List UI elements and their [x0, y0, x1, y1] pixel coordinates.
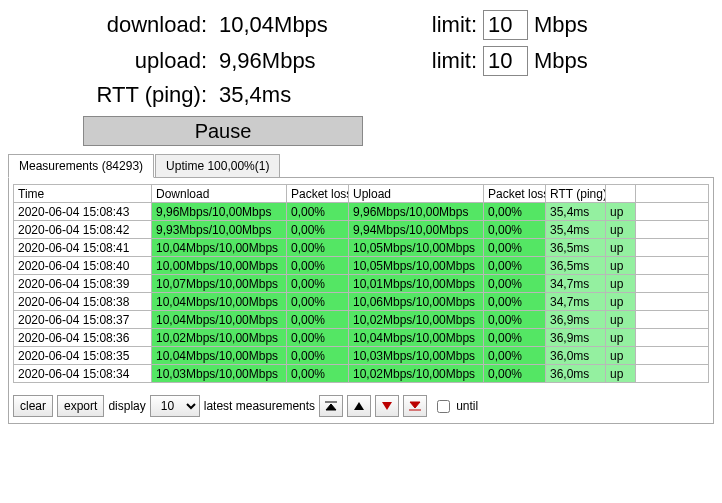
measurements-panel: Time Download Packet loss Upload Packet …	[8, 177, 714, 424]
cell-upload: 9,94Mbps/10,00Mbps	[349, 221, 484, 239]
cell-packet-loss-ul: 0,00%	[484, 239, 546, 257]
cell-rtt: 36,0ms	[546, 347, 606, 365]
table-row[interactable]: 2020-06-04 15:08:3410,03Mbps/10,00Mbps0,…	[14, 365, 709, 383]
download-label: download:	[8, 12, 213, 38]
cell-packet-loss-ul: 0,00%	[484, 365, 546, 383]
nav-next-button[interactable]	[375, 395, 399, 417]
cell-blank	[636, 293, 709, 311]
table-row[interactable]: 2020-06-04 15:08:3510,04Mbps/10,00Mbps0,…	[14, 347, 709, 365]
cell-packet-loss-dl: 0,00%	[287, 257, 349, 275]
cell-download: 10,04Mbps/10,00Mbps	[152, 293, 287, 311]
cell-rtt: 34,7ms	[546, 293, 606, 311]
export-button[interactable]: export	[57, 395, 104, 417]
header-blank[interactable]	[636, 185, 709, 203]
header-packet-loss-ul[interactable]: Packet loss	[484, 185, 546, 203]
display-count-select[interactable]: 10	[150, 395, 200, 417]
upload-limit-label: limit:	[393, 48, 483, 74]
upload-label: upload:	[8, 48, 213, 74]
table-row[interactable]: 2020-06-04 15:08:3910,07Mbps/10,00Mbps0,…	[14, 275, 709, 293]
header-packet-loss-dl[interactable]: Packet loss	[287, 185, 349, 203]
cell-time: 2020-06-04 15:08:36	[14, 329, 152, 347]
cell-time: 2020-06-04 15:08:34	[14, 365, 152, 383]
cell-packet-loss-dl: 0,00%	[287, 347, 349, 365]
table-row[interactable]: 2020-06-04 15:08:429,93Mbps/10,00Mbps0,0…	[14, 221, 709, 239]
header-rtt[interactable]: RTT (ping)	[546, 185, 606, 203]
cell-upload: 10,02Mbps/10,00Mbps	[349, 311, 484, 329]
upload-limit-input[interactable]	[483, 46, 528, 76]
down-icon	[380, 400, 394, 412]
cell-blank	[636, 275, 709, 293]
until-checkbox[interactable]	[437, 400, 450, 413]
table-row[interactable]: 2020-06-04 15:08:4110,04Mbps/10,00Mbps0,…	[14, 239, 709, 257]
cell-blank	[636, 329, 709, 347]
cell-packet-loss-dl: 0,00%	[287, 239, 349, 257]
cell-status: up	[606, 329, 636, 347]
cell-packet-loss-ul: 0,00%	[484, 293, 546, 311]
cell-upload: 9,96Mbps/10,00Mbps	[349, 203, 484, 221]
cell-blank	[636, 347, 709, 365]
pause-button[interactable]: Pause	[83, 116, 363, 146]
table-row[interactable]: 2020-06-04 15:08:3710,04Mbps/10,00Mbps0,…	[14, 311, 709, 329]
cell-download: 10,02Mbps/10,00Mbps	[152, 329, 287, 347]
cell-status: up	[606, 275, 636, 293]
cell-status: up	[606, 257, 636, 275]
cell-rtt: 36,5ms	[546, 257, 606, 275]
cell-blank	[636, 365, 709, 383]
table-row[interactable]: 2020-06-04 15:08:3810,04Mbps/10,00Mbps0,…	[14, 293, 709, 311]
table-row[interactable]: 2020-06-04 15:08:4010,00Mbps/10,00Mbps0,…	[14, 257, 709, 275]
tab-measurements[interactable]: Measurements (84293)	[8, 154, 154, 178]
cell-status: up	[606, 347, 636, 365]
nav-last-button[interactable]	[403, 395, 427, 417]
header-time[interactable]: Time	[14, 185, 152, 203]
rtt-value: 35,4ms	[213, 82, 393, 108]
table-row[interactable]: 2020-06-04 15:08:3610,02Mbps/10,00Mbps0,…	[14, 329, 709, 347]
cell-status: up	[606, 239, 636, 257]
tab-uptime[interactable]: Uptime 100,00%(1)	[155, 154, 280, 178]
upload-value: 9,96Mbps	[213, 48, 393, 74]
clear-button[interactable]: clear	[13, 395, 53, 417]
cell-upload: 10,06Mbps/10,00Mbps	[349, 293, 484, 311]
nav-prev-button[interactable]	[347, 395, 371, 417]
cell-upload: 10,05Mbps/10,00Mbps	[349, 239, 484, 257]
footer-toolbar: clear export display 10 latest measureme…	[13, 395, 709, 417]
stats-panel: download: 10,04Mbps limit: Mbps upload: …	[8, 10, 714, 108]
table-header-row: Time Download Packet loss Upload Packet …	[14, 185, 709, 203]
skip-down-icon	[408, 400, 422, 412]
download-limit-input[interactable]	[483, 10, 528, 40]
latest-label: latest measurements	[204, 399, 315, 413]
cell-rtt: 36,9ms	[546, 311, 606, 329]
cell-rtt: 35,4ms	[546, 203, 606, 221]
cell-download: 9,96Mbps/10,00Mbps	[152, 203, 287, 221]
cell-packet-loss-ul: 0,00%	[484, 329, 546, 347]
until-label: until	[456, 399, 478, 413]
cell-time: 2020-06-04 15:08:40	[14, 257, 152, 275]
header-download[interactable]: Download	[152, 185, 287, 203]
skip-up-icon	[324, 400, 338, 412]
cell-download: 9,93Mbps/10,00Mbps	[152, 221, 287, 239]
cell-time: 2020-06-04 15:08:42	[14, 221, 152, 239]
header-status[interactable]	[606, 185, 636, 203]
cell-packet-loss-dl: 0,00%	[287, 311, 349, 329]
cell-packet-loss-dl: 0,00%	[287, 365, 349, 383]
cell-download: 10,07Mbps/10,00Mbps	[152, 275, 287, 293]
nav-first-button[interactable]	[319, 395, 343, 417]
cell-time: 2020-06-04 15:08:37	[14, 311, 152, 329]
cell-packet-loss-ul: 0,00%	[484, 311, 546, 329]
cell-status: up	[606, 221, 636, 239]
cell-packet-loss-dl: 0,00%	[287, 293, 349, 311]
header-upload[interactable]: Upload	[349, 185, 484, 203]
cell-download: 10,04Mbps/10,00Mbps	[152, 311, 287, 329]
cell-time: 2020-06-04 15:08:43	[14, 203, 152, 221]
cell-rtt: 36,5ms	[546, 239, 606, 257]
cell-download: 10,04Mbps/10,00Mbps	[152, 239, 287, 257]
cell-upload: 10,02Mbps/10,00Mbps	[349, 365, 484, 383]
measurements-table: Time Download Packet loss Upload Packet …	[13, 184, 709, 383]
cell-blank	[636, 239, 709, 257]
cell-status: up	[606, 365, 636, 383]
cell-time: 2020-06-04 15:08:38	[14, 293, 152, 311]
cell-upload: 10,03Mbps/10,00Mbps	[349, 347, 484, 365]
cell-download: 10,04Mbps/10,00Mbps	[152, 347, 287, 365]
table-row[interactable]: 2020-06-04 15:08:439,96Mbps/10,00Mbps0,0…	[14, 203, 709, 221]
cell-rtt: 36,0ms	[546, 365, 606, 383]
download-limit-unit: Mbps	[528, 12, 588, 38]
